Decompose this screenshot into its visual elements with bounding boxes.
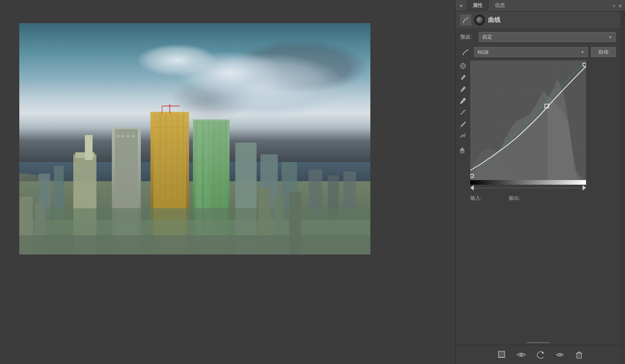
panel-title: 曲线 [488, 16, 616, 24]
photo-image [19, 23, 370, 254]
output-gradient [470, 180, 586, 185]
trash-icon [574, 350, 584, 359]
eyedropper-white-button[interactable] [458, 95, 468, 106]
menu-icon[interactable]: ≡ [618, 2, 622, 9]
eyedropper-black-icon [459, 74, 466, 81]
svg-point-89 [520, 354, 522, 355]
curves-graph[interactable] [470, 61, 617, 191]
svg-rect-92 [577, 353, 581, 358]
adjustment-layer-icon [497, 350, 507, 359]
slider-track [474, 188, 583, 188]
scroll-indicator [456, 341, 620, 344]
eyedropper-gray-button[interactable] [458, 84, 468, 94]
line-smooth-icon [459, 132, 466, 139]
photo-buildings [19, 104, 370, 254]
panel-content: 曲线 预设: 自定 ▼ RGB [456, 12, 625, 345]
tab-properties[interactable]: 属性 [466, 0, 489, 12]
panel-close-button[interactable]: × [456, 0, 466, 12]
channel-value: RGB [478, 49, 488, 55]
preset-dropdown-arrow: ▼ [608, 35, 612, 39]
svg-point-66 [463, 135, 465, 137]
panel-header-actions: » ≡ [613, 2, 625, 9]
white-point-slider[interactable] [583, 185, 586, 190]
warning-button[interactable]: ! [458, 145, 468, 155]
scroll-dots-bar [527, 342, 550, 343]
curve-pen-svg [462, 48, 470, 56]
tools-and-curves: ! [456, 59, 620, 192]
preset-label: 预设: [460, 34, 476, 40]
output-label: 输出: [509, 195, 520, 202]
gradient-area [470, 180, 617, 191]
smooth-curve-button[interactable] [458, 107, 468, 118]
workspace: × 属性 信息 » ≡ [0, 0, 625, 364]
panel-header: × 属性 信息 » ≡ [456, 0, 625, 12]
channel-row: RGB ▼ 自动 [456, 45, 620, 59]
eyedropper-gray-icon [459, 86, 466, 93]
svg-point-62 [460, 91, 461, 92]
adjustment-layer-button[interactable] [496, 349, 508, 361]
delete-button[interactable] [573, 349, 585, 361]
curves-canvas[interactable] [470, 61, 586, 180]
reset-button[interactable] [535, 349, 546, 361]
panel-tabs: 属性 信息 [466, 0, 613, 12]
svg-point-56 [462, 65, 464, 67]
pencil-icon [459, 120, 466, 127]
svg-rect-9 [85, 135, 93, 160]
svg-rect-13 [122, 135, 125, 137]
tab-info[interactable]: 信息 [489, 0, 511, 12]
io-row: 输入: 输出: [456, 192, 620, 204]
input-label: 输入: [470, 195, 482, 202]
panel-title-row: 曲线 [456, 12, 620, 29]
eyedropper-black-button[interactable] [458, 72, 468, 83]
eye-alt-icon [555, 350, 564, 359]
eyedropper-white-icon [459, 97, 466, 104]
auto-button[interactable]: 自动 [591, 47, 616, 57]
curves-svg[interactable] [470, 61, 586, 180]
svg-line-64 [460, 126, 461, 127]
preset-dropdown[interactable]: 自定 ▼ [479, 32, 616, 42]
svg-point-53 [463, 22, 464, 23]
svg-point-91 [559, 354, 561, 356]
warning-icon: ! [459, 147, 466, 153]
channel-dropdown[interactable]: RGB ▼ [474, 47, 588, 57]
preset-value: 自定 [482, 34, 492, 40]
right-panel: × 属性 信息 » ≡ [455, 0, 625, 364]
target-tool-button[interactable] [458, 61, 468, 71]
svg-rect-14 [127, 135, 130, 137]
svg-rect-15 [132, 135, 135, 137]
svg-point-61 [460, 79, 461, 81]
curve-pen-button[interactable] [460, 47, 471, 57]
target-icon [459, 62, 466, 69]
double-arrow-icon[interactable]: » [613, 3, 615, 8]
smooth-curve-icon [459, 109, 466, 116]
tools-column: ! [456, 59, 470, 192]
pen-curve-icon [463, 17, 469, 23]
bottom-toolbar [456, 345, 625, 364]
pencil-button[interactable] [458, 118, 468, 129]
svg-rect-67 [460, 150, 464, 153]
black-point-slider[interactable] [470, 185, 474, 190]
svg-point-54 [468, 17, 469, 19]
adjustment-pen-icon[interactable] [460, 15, 471, 25]
mask-circle-icon[interactable] [474, 15, 485, 25]
reset-icon [536, 350, 545, 359]
visibility-button[interactable] [515, 349, 527, 361]
channel-arrow: ▼ [581, 50, 584, 54]
svg-point-65 [462, 135, 463, 136]
svg-rect-86 [499, 352, 504, 357]
slider-row [470, 185, 586, 191]
photo-canvas [19, 23, 370, 254]
eye-icon [517, 350, 526, 359]
eye-alt-button[interactable] [554, 349, 566, 361]
svg-rect-51 [19, 235, 370, 254]
preset-row: 预设: 自定 ▼ [456, 29, 620, 45]
panel-scrollbar[interactable] [620, 12, 625, 364]
line-smooth-button[interactable] [458, 130, 468, 141]
svg-rect-12 [117, 135, 120, 137]
svg-point-63 [460, 103, 461, 104]
